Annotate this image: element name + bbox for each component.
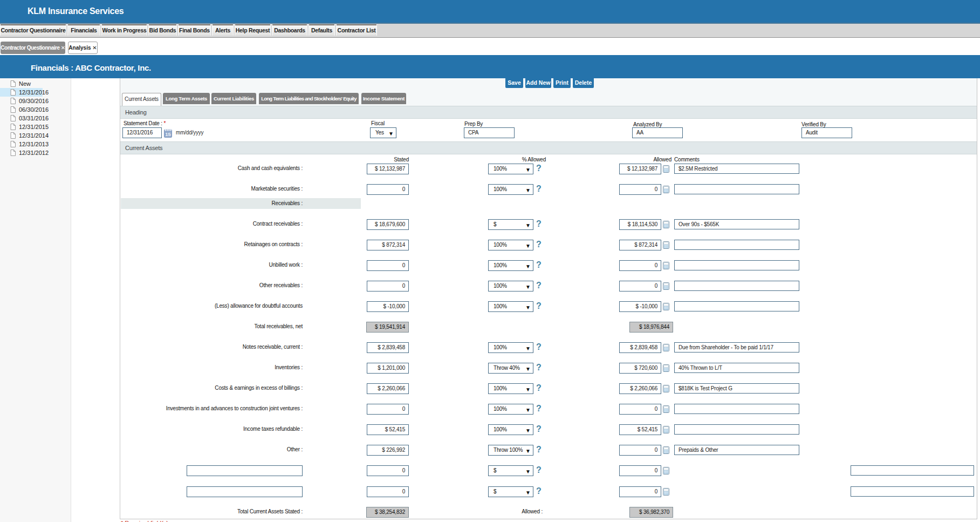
svg-text:15: 15 bbox=[165, 131, 171, 137]
